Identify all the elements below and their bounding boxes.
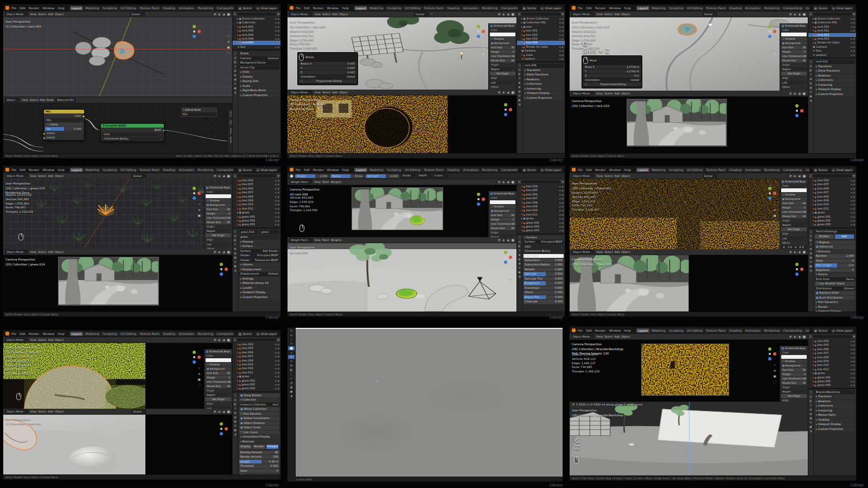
list-item[interactable]: ParticleSettings	[815, 230, 855, 234]
list-item[interactable]: Collections	[815, 78, 855, 83]
list-item[interactable]: ▤	[234, 56, 237, 59]
mode-selector[interactable]: Weight Paint	[289, 180, 312, 184]
list-item[interactable]: Select	[604, 174, 612, 178]
viewport-3d[interactable]: User Perspective(1) Collection | rock.00…	[3, 17, 232, 97]
list-item[interactable]: rock.012	[808, 33, 856, 37]
list-item[interactable]: ✦	[809, 243, 812, 246]
list-item[interactable]: tree	[517, 25, 565, 29]
list-item[interactable]: Cursor	[433, 174, 448, 178]
list-item[interactable]: Even Distribution	[815, 296, 855, 300]
list-item[interactable]: Modeling	[650, 328, 667, 333]
list-item[interactable]: Viewport	[266, 445, 279, 449]
editor-type-icon[interactable]: ☰	[234, 338, 236, 341]
shading-mode-icons[interactable]: ◩ ◐ ◕ ⬤	[214, 174, 231, 178]
mode-selector[interactable]: Object Mode	[571, 334, 595, 339]
shading-mode-icons[interactable]: ◩ ◐ ◕ ⬤	[498, 91, 515, 94]
list-item[interactable]: Regrow	[815, 240, 855, 245]
list-item[interactable]: Render	[595, 7, 607, 10]
list-item[interactable]: ◉	[234, 73, 236, 77]
list-item[interactable]: ✛	[509, 272, 512, 276]
blender-logo-icon[interactable]	[572, 168, 576, 172]
mix-node-title[interactable]: Mix	[44, 110, 84, 113]
list-item[interactable]: tree.005	[808, 182, 856, 186]
list-item[interactable]: ▣	[197, 213, 201, 217]
material-slot[interactable]: grass	[239, 235, 279, 239]
list-item[interactable]: grass.003	[233, 386, 280, 390]
list-item[interactable]: ▣	[482, 52, 485, 55]
list-item[interactable]: Sculpting	[667, 328, 685, 333]
list-item[interactable]: ⚙	[234, 424, 236, 427]
list-item[interactable]: rock.002	[233, 29, 280, 33]
list-item[interactable]: Texture Paint	[138, 332, 161, 336]
list-item[interactable]: ◳	[518, 236, 521, 239]
list-item[interactable]: ▭	[288, 333, 295, 337]
list-item[interactable]: Set Origin	[206, 233, 231, 237]
list-item[interactable]: ◳	[234, 52, 237, 55]
list-item[interactable]: ◑	[234, 269, 236, 272]
shading-mode-icons[interactable]: ◩ ◐ ◕ ⬤	[214, 338, 231, 341]
list-item[interactable]: Help	[623, 329, 631, 332]
list-item[interactable]: Sun	[233, 45, 280, 49]
list-item[interactable]: Region	[490, 235, 515, 237]
list-item[interactable]: Background	[781, 364, 807, 367]
list-item[interactable]: Anisotropic0.000	[524, 286, 564, 290]
list-item[interactable]: Add	[48, 410, 54, 413]
list-item[interactable]: ⚙	[809, 90, 812, 93]
mode-selector[interactable]: Object Mode	[289, 90, 312, 94]
outliner-search[interactable]	[813, 335, 852, 338]
list-item[interactable]: ⚙	[809, 421, 812, 424]
list-item[interactable]: View	[30, 250, 36, 253]
list-item[interactable]: Shadow	[781, 359, 807, 363]
list-item[interactable]: Object	[55, 174, 63, 178]
navigation-gizmo[interactable]	[188, 187, 201, 200]
mix-fac-slider[interactable]: Fac0.500	[45, 127, 83, 131]
list-item[interactable]: UV Editing	[685, 168, 704, 172]
render-view[interactable]: Camera Perspective(06) Collection | Bran…	[570, 340, 808, 402]
filter-icon[interactable]: ▼	[277, 12, 279, 16]
scene-selector[interactable]: ▦Scene	[237, 332, 253, 336]
list-item[interactable]: ✛	[482, 46, 485, 50]
list-item[interactable]: Origin	[781, 219, 807, 223]
list-item[interactable]: UV Editing	[685, 328, 704, 333]
mode-selector[interactable]: Object Mode	[5, 338, 28, 342]
navigation-gizmo[interactable]	[188, 351, 201, 364]
list-item[interactable]: Z0 m	[583, 74, 641, 78]
list-item[interactable]: tree.011	[233, 371, 280, 375]
transform-orientation[interactable]: Global	[131, 409, 146, 414]
list-item[interactable]: ⌕	[773, 40, 776, 45]
list-item[interactable]: Color	[490, 28, 515, 32]
list-item[interactable]: Window	[608, 329, 621, 332]
list-item[interactable]: Rendering	[763, 328, 781, 333]
list-item[interactable]: Shading	[161, 6, 176, 10]
list-item[interactable]: Font Size20	[490, 213, 515, 217]
list-item[interactable]: Compositing	[782, 328, 803, 333]
list-item[interactable]: View	[314, 238, 321, 242]
list-item[interactable]: Font Size20	[490, 46, 515, 49]
list-item[interactable]: Modeling	[650, 168, 667, 172]
filter-icon[interactable]: ▼	[277, 338, 279, 341]
list-item[interactable]: Add	[48, 250, 54, 253]
mode-selector[interactable]: Object Mode	[571, 174, 595, 178]
screencast-keys-title[interactable]: Screencast Keys	[489, 24, 516, 28]
outliner-search[interactable]	[813, 12, 852, 16]
list-item[interactable]: Animation	[744, 168, 762, 172]
list-item[interactable]: tree.010	[233, 202, 280, 206]
list-item[interactable]: grass.002	[808, 219, 856, 223]
list-item[interactable]: Origin	[490, 63, 515, 67]
list-item[interactable]: grass.001	[233, 379, 280, 383]
list-item[interactable]: Mouse Size20	[206, 220, 231, 224]
list-item[interactable]: Display	[239, 445, 252, 449]
list-item[interactable]: ◑	[234, 433, 236, 436]
list-item[interactable]: Object Rotation	[239, 421, 279, 426]
list-item[interactable]: File	[577, 7, 583, 10]
list-item[interactable]: Margin2	[781, 372, 807, 376]
list-item[interactable]: Length0.30 m	[239, 460, 279, 464]
list-item[interactable]: Add	[40, 98, 45, 102]
list-item[interactable]: Motion Paths	[815, 413, 855, 417]
navigation-gizmo[interactable]	[215, 263, 228, 276]
material-chip[interactable]: Material.001	[55, 98, 75, 102]
list-item[interactable]: Edit	[585, 7, 592, 10]
list-item[interactable]: Rendering	[763, 168, 781, 172]
list-item[interactable]: Color	[206, 190, 231, 194]
list-item[interactable]: ●	[809, 264, 812, 268]
